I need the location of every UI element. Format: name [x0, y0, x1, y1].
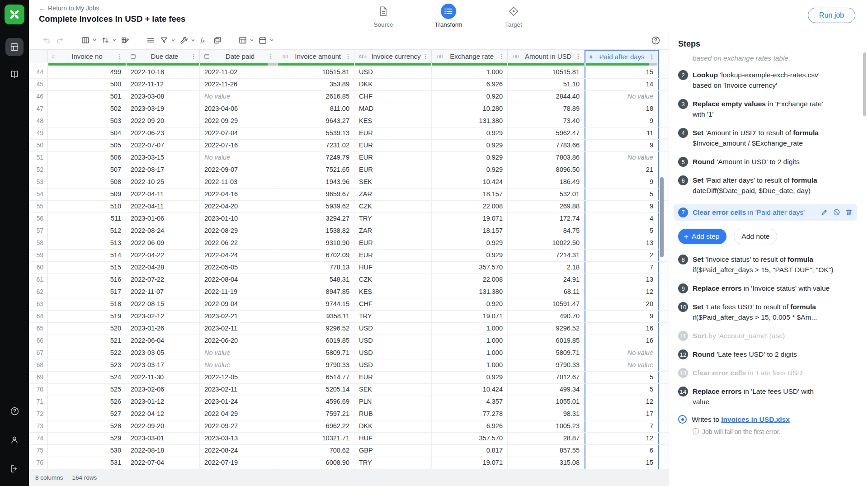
- cell-date-paid[interactable]: 2023-01-24: [200, 396, 277, 408]
- cell-invoice-amount[interactable]: 6514.77: [277, 372, 354, 383]
- row-number-cell[interactable]: 69: [29, 372, 48, 383]
- cell-paid-after-days[interactable]: 6: [585, 445, 659, 457]
- cell-date-paid[interactable]: 2022-04-24: [200, 250, 277, 261]
- step-item-9[interactable]: 9Replace errors in 'Invoice status' with…: [678, 283, 860, 293]
- cell-invoice-amount[interactable]: 10321.71: [277, 433, 354, 444]
- cell-exchange-rate[interactable]: 0.929: [432, 152, 508, 164]
- sidebar-logout-button[interactable]: [5, 460, 24, 478]
- cell-exchange-rate[interactable]: 1.000: [432, 323, 508, 335]
- row-number-cell[interactable]: 73: [29, 420, 48, 432]
- cell-invoice-no[interactable]: 520: [48, 323, 126, 335]
- cell-invoice-currency[interactable]: EUR: [354, 140, 432, 151]
- cell-paid-after-days[interactable]: 5: [585, 189, 659, 200]
- cell-invoice-currency[interactable]: PLN: [354, 396, 432, 408]
- cell-invoice-currency[interactable]: RUB: [354, 408, 432, 420]
- cell-paid-after-days[interactable]: 15: [585, 457, 659, 469]
- columns-menu-button[interactable]: [92, 38, 97, 42]
- cell-date-paid[interactable]: 2022-06-20: [200, 335, 277, 347]
- cell-invoice-no[interactable]: 519: [48, 311, 126, 322]
- column-header-due-date[interactable]: Due date: [126, 50, 200, 63]
- step-item-12[interactable]: 12Round 'Late fees USD' to 2 digits: [678, 349, 860, 359]
- cell-paid-after-days[interactable]: 12: [585, 433, 659, 444]
- cell-invoice-no[interactable]: 512: [48, 225, 126, 237]
- cell-date-paid[interactable]: 2023-02-11: [200, 323, 277, 335]
- cell-invoice-currency[interactable]: TRY: [354, 213, 432, 225]
- cell-invoice-amount[interactable]: 9643.27: [277, 115, 354, 127]
- step-item-8[interactable]: 8Set 'Invoice status' to result of formu…: [678, 254, 860, 275]
- cell-paid-after-days[interactable]: 9: [585, 176, 659, 188]
- date-options-menu-button[interactable]: [269, 38, 274, 42]
- cell-due-date[interactable]: 2022-11-07: [126, 286, 200, 298]
- columns-button[interactable]: [80, 33, 91, 47]
- cell-due-date[interactable]: 2022-08-15: [126, 298, 200, 310]
- row-number-cell[interactable]: 45: [29, 79, 48, 90]
- cell-paid-after-days[interactable]: 9: [585, 115, 659, 127]
- column-menu-icon[interactable]: [575, 53, 581, 60]
- cell-invoice-currency[interactable]: MAD: [354, 103, 432, 115]
- cell-due-date[interactable]: 2023-03-19: [126, 103, 200, 115]
- cell-invoice-no[interactable]: 510: [48, 201, 126, 212]
- row-number-cell[interactable]: 53: [29, 176, 48, 188]
- clean-tools-menu-button[interactable]: [191, 38, 195, 42]
- cell-date-paid[interactable]: 2022-08-29: [200, 225, 277, 237]
- cell-amount-in-usd[interactable]: 84.75: [508, 225, 585, 237]
- toolbar-help-button[interactable]: [651, 36, 660, 45]
- cell-paid-after-days[interactable]: 16: [585, 323, 659, 335]
- cell-invoice-currency[interactable]: GBP: [354, 445, 432, 457]
- steps-scrollbar[interactable]: [863, 52, 866, 116]
- cell-date-paid[interactable]: 2023-02-11: [200, 384, 277, 396]
- cell-paid-after-days[interactable]: 12: [585, 396, 659, 408]
- cell-invoice-amount[interactable]: 7521.65: [277, 164, 354, 176]
- cell-paid-after-days[interactable]: 9: [585, 140, 659, 151]
- cell-amount-in-usd[interactable]: 9296.52: [508, 323, 585, 335]
- cell-invoice-amount[interactable]: 9358.11: [277, 311, 354, 322]
- column-header-paid-after-days[interactable]: #Paid after days: [585, 50, 659, 63]
- column-menu-icon[interactable]: [498, 53, 505, 60]
- cell-invoice-currency[interactable]: HUF: [354, 262, 432, 274]
- cell-due-date[interactable]: 2022-08-24: [126, 225, 200, 237]
- cell-invoice-amount[interactable]: 10515.81: [277, 66, 354, 78]
- cell-invoice-no[interactable]: 522: [48, 347, 126, 359]
- cell-paid-after-days[interactable]: 5: [585, 372, 659, 383]
- cell-amount-in-usd[interactable]: 51.10: [508, 79, 585, 90]
- cell-invoice-amount[interactable]: 6702.09: [277, 250, 354, 261]
- cell-amount-in-usd[interactable]: 5809.71: [508, 347, 585, 359]
- cell-exchange-rate[interactable]: 18.157: [432, 189, 508, 200]
- cell-invoice-no[interactable]: 513: [48, 237, 126, 249]
- cell-exchange-rate[interactable]: 4.357: [432, 396, 508, 408]
- row-number-cell[interactable]: 59: [29, 250, 48, 261]
- cell-date-paid[interactable]: 2023-04-06: [200, 103, 277, 115]
- step-item-6[interactable]: 6Set 'Paid after days' to result of form…: [678, 175, 860, 196]
- row-number-cell[interactable]: 63: [29, 298, 48, 310]
- cell-invoice-currency[interactable]: ZAR: [354, 189, 432, 200]
- cell-due-date[interactable]: 2022-11-12: [126, 79, 200, 90]
- cell-due-date[interactable]: 2022-09-20: [126, 420, 200, 432]
- cell-invoice-currency[interactable]: CHF: [354, 91, 432, 103]
- cell-invoice-no[interactable]: 511: [48, 213, 126, 225]
- cell-invoice-no[interactable]: 525: [48, 384, 126, 396]
- cell-date-paid[interactable]: 2023-01-10: [200, 213, 277, 225]
- cell-due-date[interactable]: 2023-02-06: [126, 384, 200, 396]
- cell-due-date[interactable]: 2022-04-11: [126, 201, 200, 212]
- row-number-cell[interactable]: 74: [29, 433, 48, 444]
- cell-due-date[interactable]: 2022-08-17: [126, 164, 200, 176]
- cell-amount-in-usd[interactable]: 2.18: [508, 262, 585, 274]
- cell-date-paid[interactable]: 2022-04-20: [200, 201, 277, 212]
- formula-button[interactable]: fx: [198, 33, 210, 47]
- cell-invoice-currency[interactable]: CZK: [354, 274, 432, 286]
- cell-due-date[interactable]: 2022-08-18: [126, 445, 200, 457]
- cell-invoice-no[interactable]: 518: [48, 298, 126, 310]
- cell-date-paid[interactable]: 2022-05-05: [200, 262, 277, 274]
- cell-invoice-currency[interactable]: CHF: [354, 298, 432, 310]
- cell-exchange-rate[interactable]: 6.926: [432, 79, 508, 90]
- cell-invoice-amount[interactable]: 5205.14: [277, 384, 354, 396]
- cell-invoice-no[interactable]: 506: [48, 152, 126, 164]
- cell-exchange-rate[interactable]: 19.071: [432, 311, 508, 322]
- cell-due-date[interactable]: 2022-10-25: [126, 176, 200, 188]
- cell-paid-after-days[interactable]: 7: [585, 420, 659, 432]
- cell-invoice-amount[interactable]: 778.13: [277, 262, 354, 274]
- cell-amount-in-usd[interactable]: 315.08: [508, 457, 585, 469]
- cell-date-paid[interactable]: 2022-11-26: [200, 79, 277, 90]
- cell-date-paid[interactable]: 2022-04-29: [200, 408, 277, 420]
- cell-invoice-currency[interactable]: SEK: [354, 176, 432, 188]
